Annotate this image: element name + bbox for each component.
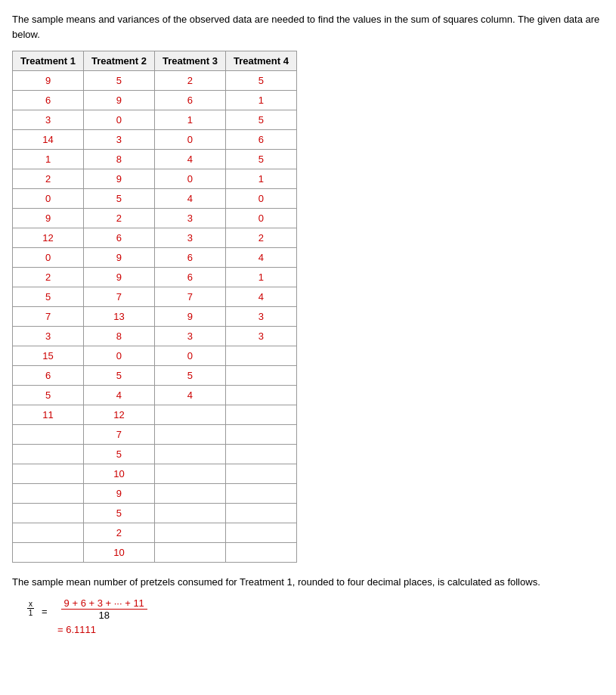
formula-row: x 1 = 9 + 6 + 3 + ··· + 11 18	[27, 597, 604, 621]
table-cell: 3	[225, 327, 296, 346]
table-cell: 12	[83, 405, 154, 425]
table-cell	[225, 405, 296, 425]
table-cell	[13, 425, 84, 445]
table-cell: 10	[83, 464, 154, 484]
table-cell: 0	[154, 169, 225, 189]
table-cell	[225, 523, 296, 543]
table-cell: 9	[83, 484, 154, 504]
table-cell: 3	[225, 307, 296, 327]
fraction: 9 + 6 + 3 + ··· + 11 18	[61, 597, 147, 621]
table-row: 9525	[13, 71, 297, 91]
table-row: 6961	[13, 91, 297, 110]
table-cell: 9	[13, 71, 84, 91]
header-treatment4: Treatment 4	[225, 51, 296, 71]
table-cell: 0	[13, 189, 84, 209]
table-cell: 5	[83, 445, 154, 464]
table-cell: 9	[83, 268, 154, 287]
table-row: 10	[13, 464, 297, 484]
table-cell: 0	[83, 346, 154, 366]
table-cell: 1	[13, 150, 84, 169]
table-row: 1500	[13, 346, 297, 366]
fraction-numerator: 9 + 6 + 3 + ··· + 11	[61, 597, 147, 610]
intro-text: The sample means and variances of the ob…	[12, 12, 604, 42]
table-cell	[13, 445, 84, 464]
table-cell: 7	[13, 307, 84, 327]
table-cell: 6	[13, 366, 84, 386]
table-cell	[225, 484, 296, 504]
table-cell: 4	[225, 248, 296, 268]
table-row: 5	[13, 504, 297, 523]
table-cell: 11	[13, 405, 84, 425]
table-cell: 5	[225, 110, 296, 130]
table-cell: 1	[154, 110, 225, 130]
table-cell: 2	[83, 209, 154, 228]
table-row: 1845	[13, 150, 297, 169]
table-row: 2	[13, 523, 297, 543]
table-row: 655	[13, 366, 297, 386]
table-cell: 2	[225, 228, 296, 248]
table-cell	[154, 523, 225, 543]
table-row: 3015	[13, 110, 297, 130]
table-cell	[225, 504, 296, 523]
table-cell	[225, 366, 296, 386]
table-row: 5774	[13, 287, 297, 307]
table-cell	[13, 504, 84, 523]
table-row: 12632	[13, 228, 297, 248]
table-cell: 4	[225, 287, 296, 307]
table-cell: 0	[13, 248, 84, 268]
table-row: 2961	[13, 268, 297, 287]
table-cell: 9	[83, 91, 154, 110]
table-cell: 7	[83, 287, 154, 307]
table-cell: 6	[154, 248, 225, 268]
table-row: 3833	[13, 327, 297, 346]
table-cell: 1	[225, 268, 296, 287]
table-cell	[225, 346, 296, 366]
table-cell	[13, 543, 84, 563]
result-row: = 6.1111	[57, 624, 604, 635]
table-cell: 5	[83, 189, 154, 209]
table-cell: 2	[83, 523, 154, 543]
table-cell: 6	[83, 228, 154, 248]
table-cell: 5	[13, 386, 84, 405]
table-cell: 5	[225, 150, 296, 169]
table-row: 14306	[13, 130, 297, 150]
table-cell: 6	[225, 130, 296, 150]
table-cell	[225, 425, 296, 445]
table-cell: 1	[225, 91, 296, 110]
table-cell: 9	[13, 209, 84, 228]
table-cell: 13	[83, 307, 154, 327]
table-cell: 0	[154, 346, 225, 366]
fraction-denominator: 18	[95, 610, 112, 621]
table-cell: 6	[13, 91, 84, 110]
table-row: 71393	[13, 307, 297, 327]
table-cell: 2	[13, 169, 84, 189]
table-cell	[154, 405, 225, 425]
table-cell: 3	[83, 130, 154, 150]
table-cell: 2	[13, 268, 84, 287]
table-cell: 5	[83, 504, 154, 523]
header-treatment3: Treatment 3	[154, 51, 225, 71]
table-row: 2901	[13, 169, 297, 189]
table-cell: 6	[154, 268, 225, 287]
table-cell: 7	[154, 287, 225, 307]
header-treatment2: Treatment 2	[83, 51, 154, 71]
table-cell	[154, 484, 225, 504]
table-cell: 5	[83, 366, 154, 386]
table-cell	[154, 464, 225, 484]
table-cell: 3	[154, 209, 225, 228]
table-cell: 4	[83, 386, 154, 405]
table-cell	[154, 543, 225, 563]
table-cell: 4	[154, 189, 225, 209]
table-cell: 1	[225, 169, 296, 189]
table-cell: 3	[154, 327, 225, 346]
table-row: 544	[13, 386, 297, 405]
table-cell: 7	[83, 425, 154, 445]
table-row: 0540	[13, 189, 297, 209]
table-cell	[13, 464, 84, 484]
table-cell: 9	[83, 248, 154, 268]
table-row: 0964	[13, 248, 297, 268]
table-cell: 9	[154, 307, 225, 327]
table-row: 9	[13, 484, 297, 504]
table-cell: 8	[83, 327, 154, 346]
table-row: 1112	[13, 405, 297, 425]
